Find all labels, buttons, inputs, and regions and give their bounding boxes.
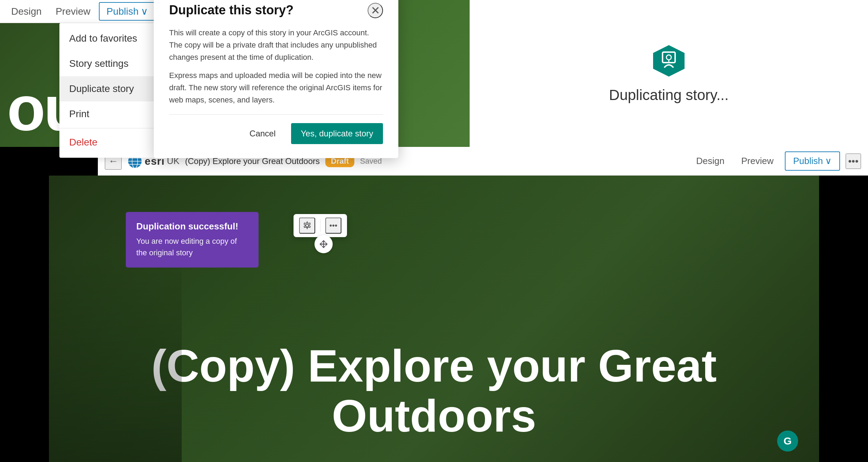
duplicating-panel: Duplicating story... bbox=[470, 0, 868, 147]
story-map-icon bbox=[651, 43, 686, 78]
block-settings-button[interactable] bbox=[299, 218, 315, 234]
duplicate-story-item[interactable]: Duplicate story bbox=[59, 76, 157, 101]
editor-preview-tab[interactable]: Preview bbox=[736, 153, 779, 169]
design-tab[interactable]: Design bbox=[6, 3, 47, 20]
toast-body: You are now editing a copy of the origin… bbox=[136, 235, 248, 258]
confirm-duplicate-button[interactable]: Yes, duplicate story bbox=[291, 123, 383, 144]
editor-design-tab[interactable]: Design bbox=[690, 153, 730, 169]
duplicate-dialog: Duplicate this story? ✕ This will create… bbox=[154, 0, 398, 158]
top-toolbar: Design Preview Publish ∨ ••• bbox=[0, 0, 154, 23]
bottom-section: ← esri UK (Copy) Explore your Great Outd… bbox=[0, 147, 868, 462]
preview-tab[interactable]: Preview bbox=[50, 3, 96, 20]
block-more-button[interactable]: ••• bbox=[325, 218, 341, 234]
publish-button[interactable]: Publish ∨ bbox=[99, 2, 156, 21]
svg-point-10 bbox=[306, 224, 309, 227]
toast-title: Duplication successful! bbox=[136, 221, 248, 232]
cancel-button[interactable]: Cancel bbox=[240, 123, 285, 144]
gear-icon bbox=[303, 221, 312, 230]
dialog-title: Duplicate this story? bbox=[169, 3, 294, 17]
dialog-body-text-2: Express maps and uploaded media will be … bbox=[169, 69, 383, 106]
dialog-body-text-1: This will create a copy of this story in… bbox=[169, 27, 383, 64]
print-item[interactable]: Print bbox=[59, 101, 157, 127]
dialog-close-button[interactable]: ✕ bbox=[368, 3, 383, 18]
story-settings-item[interactable]: Story settings bbox=[59, 51, 157, 76]
dialog-actions: Cancel Yes, duplicate story bbox=[169, 123, 383, 144]
editor-more-button[interactable]: ••• bbox=[846, 154, 861, 169]
block-float-toolbar: ••• bbox=[294, 214, 347, 237]
people-silhouette bbox=[49, 252, 182, 462]
duplicating-text: Duplicating story... bbox=[609, 87, 729, 104]
editor-content: ← esri UK (Copy) Explore your Great Outd… bbox=[49, 147, 819, 462]
dropdown-menu: Add to favorites Story settings Duplicat… bbox=[59, 23, 157, 158]
delete-item[interactable]: Delete bbox=[59, 130, 157, 155]
add-favorites-item[interactable]: Add to favorites bbox=[59, 26, 157, 51]
block-move-button[interactable] bbox=[314, 235, 333, 253]
move-icon bbox=[319, 239, 328, 249]
left-strip bbox=[0, 147, 49, 462]
editor-publish-button[interactable]: Publish ∨ bbox=[785, 151, 840, 171]
float-divider bbox=[320, 219, 320, 232]
dialog-divider bbox=[169, 114, 383, 115]
duplication-toast: Duplication successful! You are now edit… bbox=[126, 212, 259, 268]
story-canvas: ••• (Copy) Explore your Great Outdoors bbox=[49, 176, 819, 462]
menu-divider bbox=[59, 128, 157, 128]
g-grammarly-button[interactable]: G bbox=[777, 431, 798, 452]
dialog-overlay: Duplicate this story? ✕ This will create… bbox=[150, 0, 402, 147]
